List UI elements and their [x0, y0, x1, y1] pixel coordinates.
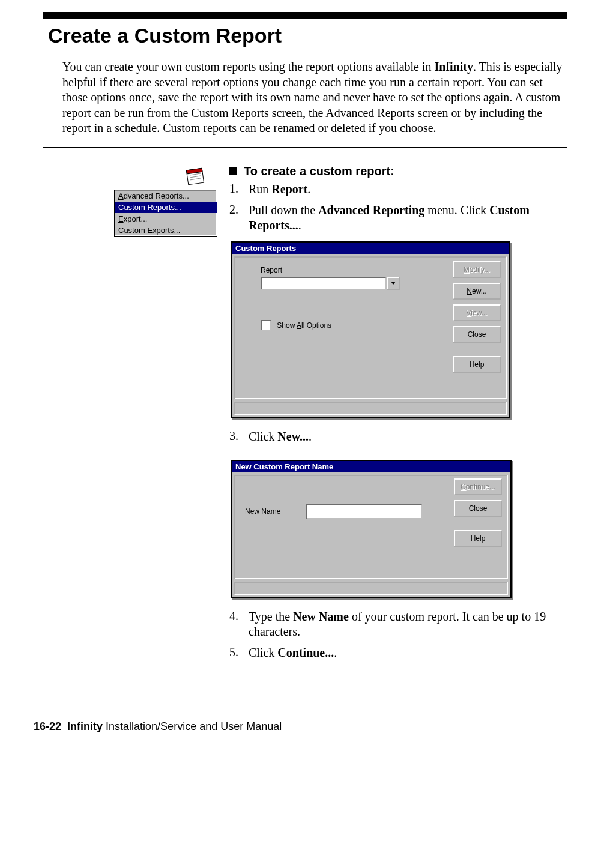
- help-button[interactable]: Help: [454, 530, 502, 547]
- dialog-title: Custom Reports: [232, 243, 509, 254]
- menu-item-export[interactable]: Export...: [115, 213, 217, 225]
- report-icon: [185, 164, 210, 186]
- continue-button[interactable]: Continue...: [454, 478, 502, 495]
- menu-item-custom-reports[interactable]: Custom Reports...: [115, 202, 217, 213]
- advanced-reporting-menu: Advanced Reports... Custom Reports... Ex…: [114, 190, 217, 237]
- step-number: 1.: [229, 182, 249, 196]
- page-title: Create a Custom Report: [48, 24, 610, 47]
- checkbox-icon[interactable]: [261, 320, 271, 331]
- new-button[interactable]: New...: [453, 283, 501, 300]
- modify-button[interactable]: Modify...: [453, 261, 501, 278]
- chevron-down-icon[interactable]: [387, 277, 400, 290]
- new-name-input[interactable]: [306, 504, 423, 519]
- step-text: Click New....: [249, 429, 567, 444]
- footer-text: Installation/Service and User Manual: [103, 720, 282, 732]
- step-text: Pull down the Advanced Reporting menu. C…: [249, 203, 567, 233]
- header-bar: [43, 12, 567, 19]
- status-bar: [234, 402, 507, 415]
- step-text: Type the New Name of your custom report.…: [249, 609, 567, 639]
- section-divider: [43, 147, 567, 148]
- report-dropdown[interactable]: [261, 277, 400, 290]
- step-number: 5.: [229, 645, 249, 659]
- help-button[interactable]: Help: [453, 356, 501, 373]
- close-button[interactable]: Close: [454, 500, 502, 517]
- step-text: Click Continue....: [249, 645, 567, 660]
- footer-page-number: 16-22: [34, 720, 61, 732]
- view-button[interactable]: View...: [453, 304, 501, 321]
- new-custom-report-name-dialog: New Custom Report Name New Name Continue…: [231, 460, 512, 598]
- task-heading: To create a custom report:: [244, 164, 394, 178]
- dialog-title: New Custom Report Name: [232, 461, 510, 472]
- footer-product: Infinity: [67, 720, 103, 732]
- menu-item-custom-exports[interactable]: Custom Exports...: [115, 225, 217, 236]
- menu-item-advanced-reports[interactable]: Advanced Reports...: [115, 190, 217, 202]
- status-bar: [234, 582, 508, 595]
- custom-reports-dialog: Custom Reports Report Show All Opti: [231, 241, 510, 418]
- step-number: 4.: [229, 609, 249, 623]
- new-name-label: New Name: [245, 507, 306, 516]
- intro-paragraph: You can create your own custom reports u…: [62, 59, 567, 136]
- checkbox-label: Show All Options: [277, 321, 331, 330]
- step-number: 2.: [229, 203, 249, 217]
- report-dropdown-input[interactable]: [261, 277, 387, 290]
- page-footer: 16-22 Infinity Installation/Service and …: [34, 720, 610, 733]
- close-button[interactable]: Close: [453, 326, 501, 343]
- step-number: 3.: [229, 429, 249, 443]
- step-text: Run Report.: [249, 182, 567, 197]
- bullet-icon: [229, 167, 237, 175]
